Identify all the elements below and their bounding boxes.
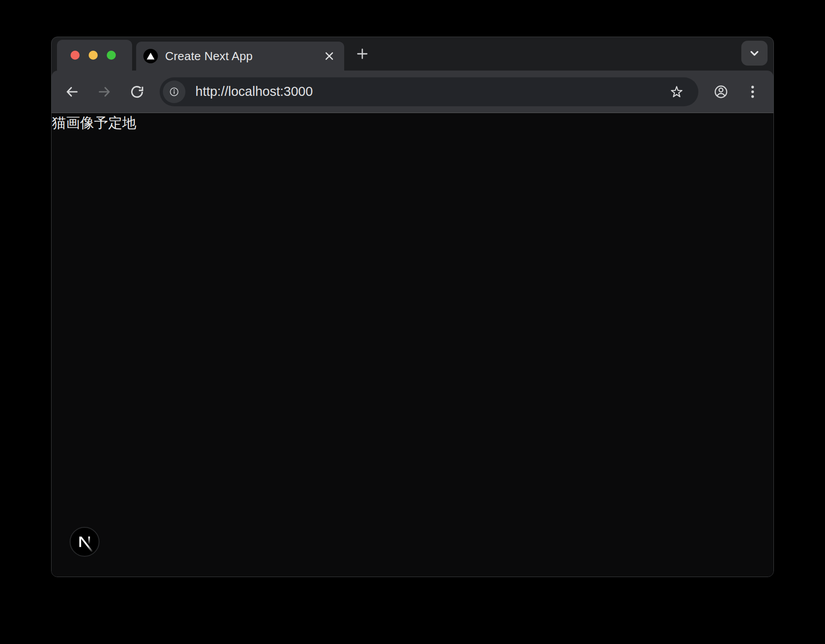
close-icon[interactable] bbox=[322, 48, 337, 64]
nextjs-devtools-button[interactable] bbox=[70, 527, 100, 557]
reload-icon bbox=[127, 82, 147, 102]
new-tab-button[interactable] bbox=[352, 44, 372, 64]
browser-menu-button[interactable] bbox=[743, 82, 763, 102]
bookmark-button[interactable] bbox=[668, 83, 686, 101]
window-close-button[interactable] bbox=[71, 51, 80, 60]
cat-image-placeholder-text: 猫画像予定地 bbox=[52, 113, 773, 131]
browser-window: Create Next App bbox=[51, 37, 774, 577]
arrow-left-icon bbox=[62, 82, 82, 102]
arrow-right-icon bbox=[95, 82, 114, 102]
star-icon bbox=[668, 83, 685, 100]
profile-button[interactable] bbox=[711, 82, 731, 102]
tab-title: Create Next App bbox=[165, 49, 314, 63]
account-icon bbox=[711, 82, 731, 102]
address-bar[interactable]: http://localhost:3000 bbox=[160, 77, 698, 106]
url-text: http://localhost:3000 bbox=[195, 84, 313, 99]
kebab-menu-icon bbox=[743, 82, 763, 102]
nextjs-n-logo bbox=[71, 529, 98, 555]
forward-button[interactable] bbox=[95, 82, 114, 102]
browser-tab[interactable]: Create Next App bbox=[136, 42, 344, 71]
tab-search-button[interactable] bbox=[741, 41, 768, 66]
info-icon bbox=[167, 85, 181, 99]
page-viewport: 猫画像予定地 bbox=[52, 113, 773, 577]
window-controls bbox=[57, 40, 132, 71]
browser-toolbar: http://localhost:3000 bbox=[52, 71, 773, 113]
chevron-down-icon bbox=[747, 46, 762, 61]
window-minimize-button[interactable] bbox=[89, 51, 98, 60]
back-button[interactable] bbox=[62, 82, 82, 102]
reload-button[interactable] bbox=[127, 82, 147, 102]
vercel-triangle-icon bbox=[143, 49, 158, 63]
window-zoom-button[interactable] bbox=[107, 51, 116, 60]
tab-strip: Create Next App bbox=[52, 37, 773, 71]
site-info-button[interactable] bbox=[163, 80, 185, 103]
